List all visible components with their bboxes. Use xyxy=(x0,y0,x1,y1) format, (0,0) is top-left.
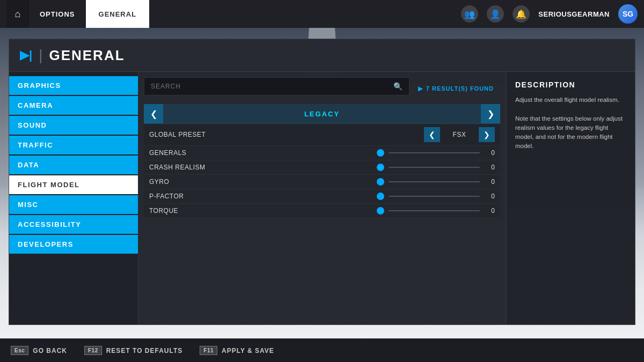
apply-save-action[interactable]: F11 APPLY & SAVE xyxy=(200,346,274,355)
global-preset-next-button[interactable]: ❯ xyxy=(479,127,495,142)
apply-save-label: APPLY & SAVE xyxy=(222,347,274,354)
go-back-label: GO BACK xyxy=(33,347,67,354)
search-results: ▶ 7 RESULT(S) FOUND xyxy=(412,81,500,97)
torque-slider-thumb[interactable] xyxy=(377,207,384,215)
general-tab[interactable]: GENERAL xyxy=(86,0,150,28)
generals-slider-container: 0 xyxy=(377,149,495,157)
search-bar: 🔍 xyxy=(144,77,409,95)
sidebar-item-graphics[interactable]: GRAPHICS xyxy=(9,76,138,95)
sidebar-item-camera[interactable]: CAMERA xyxy=(9,96,138,115)
nav-left: ⌂ OPTIONS GENERAL xyxy=(0,0,149,28)
nav-right: 👥 👤 🔔 SERIOUSGEARMAN SG xyxy=(461,4,644,24)
reset-defaults-action[interactable]: F12 RESET TO DEFAULTS xyxy=(84,346,182,355)
gyro-label: GYRO xyxy=(149,178,377,186)
p-factor-slider-thumb[interactable] xyxy=(377,193,384,200)
generals-slider-track[interactable] xyxy=(389,152,480,153)
settings-area: 🔍 ▶ 7 RESULT(S) FOUND ❮ LEGACY ❯ xyxy=(138,72,506,324)
gyro-value: 0 xyxy=(484,178,495,186)
user-avatar[interactable]: SG xyxy=(618,4,638,24)
notifications-icon[interactable]: 🔔 xyxy=(513,5,530,23)
panel-title: GENERAL xyxy=(49,47,125,64)
search-input[interactable] xyxy=(144,78,387,94)
options-tab[interactable]: OPTIONS xyxy=(29,0,86,28)
sidebar-item-traffic[interactable]: TRAFFIC xyxy=(9,136,138,154)
profile-icon[interactable]: 👤 xyxy=(487,5,504,23)
torque-value: 0 xyxy=(484,207,495,215)
p-factor-row: P-FACTOR 0 xyxy=(144,189,500,204)
general-tab-label: GENERAL xyxy=(99,10,137,18)
generals-label: GENERALS xyxy=(149,149,377,157)
crash-realism-slider-track[interactable] xyxy=(389,167,480,168)
main-content: ▶| | GENERAL GRAPHICS CAMERA SOUND TRAFF… xyxy=(0,28,644,362)
f11-key-badge: F11 xyxy=(200,346,217,355)
results-arrow-icon: ▶ xyxy=(418,85,423,92)
sidebar-item-accessibility[interactable]: ACCESSIBILITY xyxy=(9,215,138,234)
panel-arrow-icon: ▶| xyxy=(20,48,32,62)
gyro-slider-track[interactable] xyxy=(389,181,480,182)
sidebar-item-sound[interactable]: SOUND xyxy=(9,116,138,135)
panel-header: ▶| | GENERAL xyxy=(9,39,635,72)
p-factor-slider-container: 0 xyxy=(377,193,495,200)
crash-realism-value: 0 xyxy=(484,164,495,171)
top-navigation: ⌂ OPTIONS GENERAL 👥 👤 🔔 SERIOUSGEARMAN S… xyxy=(0,0,644,28)
global-preset-label: GLOBAL PRESET xyxy=(149,131,424,138)
description-text: Adjust the overall flight model realism.… xyxy=(515,95,626,151)
global-preset-prev-button[interactable]: ❮ xyxy=(424,127,440,142)
p-factor-slider-track[interactable] xyxy=(389,196,480,197)
torque-slider-track[interactable] xyxy=(389,210,480,211)
crash-realism-row: CRASH REALISM 0 xyxy=(144,160,500,175)
f12-key-badge: F12 xyxy=(84,346,102,355)
search-icon: 🔍 xyxy=(387,78,409,95)
p-factor-label: P-FACTOR xyxy=(149,193,377,200)
settings-table: ❮ LEGACY ❯ GLOBAL PRESET ❮ FSX ❯ xyxy=(144,104,500,319)
crash-realism-slider-container: 0 xyxy=(377,164,495,171)
torque-slider-container: 0 xyxy=(377,207,495,215)
generals-slider-thumb[interactable] xyxy=(377,149,384,157)
crash-realism-label: CRASH REALISM xyxy=(149,164,377,171)
settings-panel: ▶| | GENERAL GRAPHICS CAMERA SOUND TRAFF… xyxy=(9,39,635,325)
preset-row: ❮ LEGACY ❯ xyxy=(144,104,500,124)
gyro-slider-container: 0 xyxy=(377,178,495,186)
sidebar: GRAPHICS CAMERA SOUND TRAFFIC DATA FLIGH… xyxy=(9,72,138,324)
torque-label: TORQUE xyxy=(149,207,377,215)
description-title: DESCRIPTION xyxy=(515,80,626,89)
bottom-bar: Esc GO BACK F12 RESET TO DEFAULTS F11 AP… xyxy=(0,338,644,362)
preset-label: LEGACY xyxy=(163,110,481,118)
sidebar-item-flight-model[interactable]: FLIGHT MODEL xyxy=(9,175,138,194)
generals-row: GENERALS 0 xyxy=(144,146,500,160)
panel-divider: | xyxy=(39,47,42,64)
reset-defaults-label: RESET TO DEFAULTS xyxy=(106,347,183,354)
friends-icon[interactable]: 👥 xyxy=(461,5,478,23)
preset-prev-button[interactable]: ❮ xyxy=(144,104,163,123)
global-preset-row: GLOBAL PRESET ❮ FSX ❯ xyxy=(144,124,500,146)
description-panel: DESCRIPTION Adjust the overall flight mo… xyxy=(506,72,635,324)
preset-next-button[interactable]: ❯ xyxy=(481,104,500,123)
options-label: OPTIONS xyxy=(40,10,75,18)
generals-value: 0 xyxy=(484,149,495,157)
results-count: 7 RESULT(S) FOUND xyxy=(426,85,494,92)
sidebar-item-developers[interactable]: DEVELOPERS xyxy=(9,235,138,254)
go-back-action[interactable]: Esc GO BACK xyxy=(11,346,67,355)
sidebar-item-data[interactable]: DATA xyxy=(9,156,138,174)
p-factor-value: 0 xyxy=(484,193,495,200)
panel-body: GRAPHICS CAMERA SOUND TRAFFIC DATA FLIGH… xyxy=(9,72,635,324)
crash-realism-slider-thumb[interactable] xyxy=(377,164,384,171)
global-preset-control: ❮ FSX ❯ xyxy=(424,127,495,142)
gyro-slider-thumb[interactable] xyxy=(377,178,384,186)
global-preset-value: FSX xyxy=(443,131,475,138)
home-button[interactable]: ⌂ xyxy=(6,0,29,28)
username-label: SERIOUSGEARMAN xyxy=(538,10,610,18)
sidebar-item-misc[interactable]: MISC xyxy=(9,195,138,214)
esc-key-badge: Esc xyxy=(11,346,28,355)
torque-row: TORQUE 0 xyxy=(144,204,500,218)
gyro-row: GYRO 0 xyxy=(144,175,500,189)
